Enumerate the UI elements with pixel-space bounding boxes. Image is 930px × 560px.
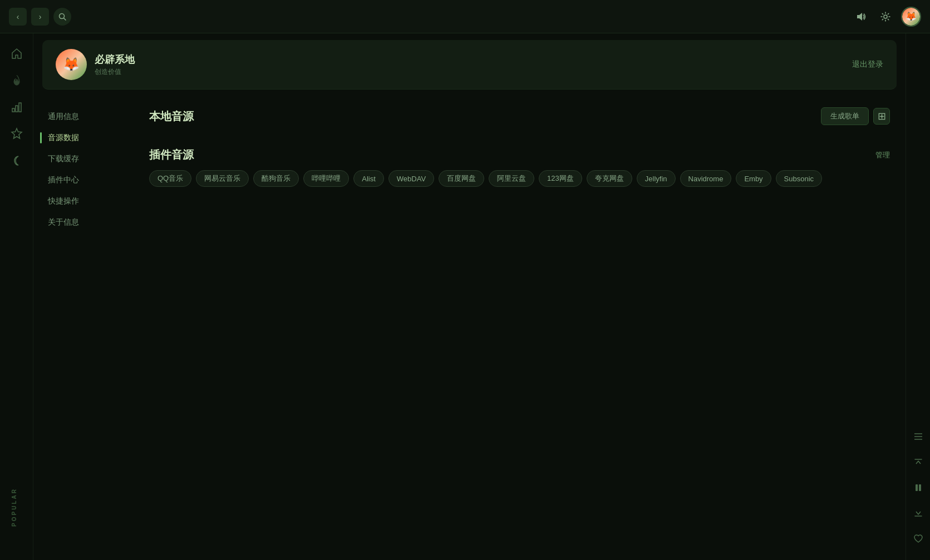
main-layout: 🦊 必辟系地 创造价值 退出登录 通用信息 音源数据 下载缓存 插件中心 快捷操…	[0, 33, 930, 560]
nav-item-general[interactable]: 通用信息	[40, 107, 127, 126]
settings-icon	[880, 11, 891, 22]
plugin-tag-emby[interactable]: Emby	[736, 170, 771, 187]
logout-button[interactable]: 退出登录	[852, 60, 883, 70]
plugin-tag-aliyun[interactable]: 阿里云盘	[489, 170, 534, 187]
heart-icon	[913, 534, 923, 544]
plugin-tag-jellyfin[interactable]: Jellyfin	[637, 170, 676, 187]
local-audio-actions: 生成歌单 ⊞	[821, 107, 890, 125]
pause-icon	[914, 483, 923, 492]
nav-item-download[interactable]: 下载缓存	[40, 150, 127, 169]
sidebar-item-star[interactable]	[6, 122, 28, 145]
content-area: 🦊 必辟系地 创造价值 退出登录 通用信息 音源数据 下载缓存 插件中心 快捷操…	[33, 33, 906, 560]
svg-rect-4	[12, 108, 14, 112]
avatar-image: 🦊	[902, 8, 920, 26]
volume-icon	[855, 11, 867, 22]
topbar-right: 🦊	[852, 7, 921, 27]
manage-plugins-button[interactable]: 管理	[875, 150, 890, 160]
plugin-tag-kuake[interactable]: 夸克网盘	[587, 170, 632, 187]
add-icon: ⊞	[878, 110, 886, 122]
plugin-tag-alist[interactable]: Alist	[353, 170, 384, 187]
scroll-top-icon	[914, 458, 923, 467]
playlist-icon	[913, 432, 923, 442]
plugin-tag-webdav[interactable]: WebDAV	[388, 170, 434, 187]
add-local-audio-button[interactable]: ⊞	[873, 108, 890, 125]
nav-item-shortcuts[interactable]: 快捷操作	[40, 192, 127, 211]
scroll-bottom-icon	[914, 509, 923, 518]
scroll-top-button[interactable]	[908, 452, 928, 472]
plugin-tag-123pan[interactable]: 123网盘	[539, 170, 582, 187]
plugin-audio-section: 插件音源 管理 QQ音乐 网易云音乐 酷狗音乐 哔哩哔哩 Alist WebDA…	[149, 147, 890, 187]
back-button[interactable]: ‹	[9, 8, 27, 26]
avatar-button[interactable]: 🦊	[901, 7, 921, 27]
heart-button[interactable]	[908, 529, 928, 549]
fire-icon	[11, 74, 23, 86]
settings-content: 本地音源 生成歌单 ⊞ 插件音源 管理 QQ音乐	[134, 96, 906, 560]
plugin-tag-subsonic[interactable]: Subsonic	[776, 170, 822, 187]
profile-subtitle: 创造价值	[95, 67, 135, 77]
playlist-button[interactable]	[908, 427, 928, 447]
profile-info: 必辟系地 创造价值	[95, 53, 135, 77]
nav-item-plugins[interactable]: 插件中心	[40, 171, 127, 190]
moon-icon	[11, 154, 23, 166]
nav-item-audio[interactable]: 音源数据	[40, 128, 127, 147]
local-audio-section-header: 本地音源 生成歌单 ⊞	[149, 107, 890, 125]
home-icon	[11, 47, 23, 60]
svg-rect-5	[16, 106, 18, 112]
svg-line-1	[64, 18, 66, 20]
profile-left: 🦊 必辟系地 创造价值	[56, 49, 135, 80]
forward-button[interactable]: ›	[31, 8, 49, 26]
sidebar-item-home[interactable]	[6, 42, 28, 65]
sidebar-item-chart[interactable]	[6, 96, 28, 118]
local-audio-title: 本地音源	[149, 109, 194, 124]
settings-nav: 通用信息 音源数据 下载缓存 插件中心 快捷操作 关于信息	[33, 96, 134, 560]
sidebar-icons	[0, 33, 33, 560]
plugin-audio-header: 插件音源 管理	[149, 147, 890, 162]
svg-rect-11	[916, 484, 918, 491]
volume-button[interactable]	[852, 8, 870, 26]
search-icon	[58, 13, 66, 21]
pause-button[interactable]	[908, 478, 928, 498]
profile-avatar: 🦊	[56, 49, 87, 80]
scroll-bottom-button[interactable]	[908, 503, 928, 523]
right-sidebar	[906, 33, 930, 560]
popular-label: POPULAR	[11, 488, 17, 527]
svg-point-3	[884, 15, 887, 18]
plugin-tag-kugou[interactable]: 酷狗音乐	[253, 170, 299, 187]
chart-icon	[11, 101, 23, 113]
sidebar-item-moon[interactable]	[6, 149, 28, 171]
plugin-tag-bilibili[interactable]: 哔哩哔哩	[303, 170, 349, 187]
plugin-tag-navidrome[interactable]: Navidrome	[680, 170, 732, 187]
settings-button[interactable]	[877, 8, 894, 26]
generate-playlist-button[interactable]: 生成歌单	[821, 107, 869, 125]
profile-banner: 🦊 必辟系地 创造价值 退出登录	[42, 40, 897, 90]
svg-marker-2	[857, 13, 862, 21]
plugin-tag-baidu[interactable]: 百度网盘	[439, 170, 484, 187]
plugin-tag-qq[interactable]: QQ音乐	[149, 170, 191, 187]
settings-panel: 通用信息 音源数据 下载缓存 插件中心 快捷操作 关于信息 本地音源 生成歌单 …	[33, 96, 906, 560]
search-button[interactable]	[53, 8, 71, 26]
topbar-left: ‹ ›	[9, 8, 71, 26]
plugin-tags-list: QQ音乐 网易云音乐 酷狗音乐 哔哩哔哩 Alist WebDAV 百度网盘 阿…	[149, 170, 890, 187]
sidebar-item-fire[interactable]	[6, 69, 28, 91]
svg-rect-12	[919, 484, 921, 491]
nav-item-about[interactable]: 关于信息	[40, 213, 127, 232]
svg-rect-6	[19, 103, 21, 112]
plugin-audio-title: 插件音源	[149, 147, 194, 162]
profile-name: 必辟系地	[95, 53, 135, 66]
plugin-tag-netease[interactable]: 网易云音乐	[196, 170, 249, 187]
star-icon	[11, 127, 23, 140]
topbar: ‹ › 🦊	[0, 0, 930, 33]
